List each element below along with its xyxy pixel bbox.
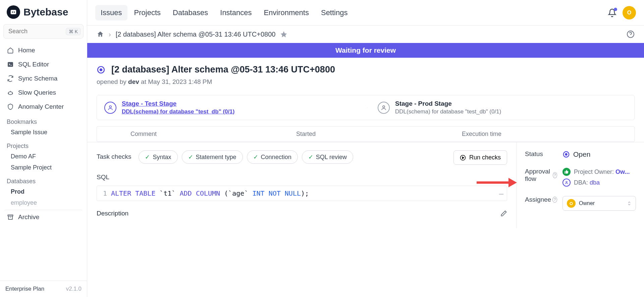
breadcrumb-separator-icon: ›: [109, 31, 111, 38]
col-comment: Comment: [104, 131, 296, 138]
star-icon[interactable]: [280, 31, 287, 38]
sidebar-item-slow-queries[interactable]: Slow Queries: [4, 86, 83, 100]
breadcrumb-title[interactable]: [2 databases] Alter schema @05-31 13:46 …: [116, 31, 276, 38]
topnav: Issues Projects Databases Instances Envi…: [87, 0, 644, 26]
button-label: Run checks: [469, 154, 501, 161]
turtle-icon: [7, 89, 14, 96]
description-label: Description: [97, 210, 128, 217]
assignee-select[interactable]: O Owner: [562, 196, 636, 211]
check-icon: ✓: [253, 153, 258, 161]
topnav-tabs: Issues Projects Databases Instances Envi…: [95, 5, 353, 20]
sidebar-item-sql-editor[interactable]: SQL Editor: [4, 57, 83, 71]
issue-body: Task checks ✓Syntax ✓Statement type ✓Con…: [87, 142, 517, 228]
status-label: Status: [525, 150, 557, 158]
avatar-initial: O: [627, 10, 631, 16]
approval-step-dba: DBA: dba: [562, 179, 630, 187]
issue-meta: opened by dev at May 31, 2023 1:48 PM: [97, 78, 635, 86]
notifications-button[interactable]: [608, 8, 616, 17]
database-item[interactable]: Prod: [4, 186, 83, 197]
svg-point-10: [383, 106, 385, 108]
stage-prod[interactable]: Stage - Prod Stage DDL(schema) for datab…: [361, 95, 634, 120]
stage-subtitle: DDL(schema) for database "test_db" (0/1): [395, 108, 501, 115]
chip-label: Statement type: [196, 154, 236, 161]
review-banner: Waiting for review: [87, 43, 644, 58]
tab-databases[interactable]: Databases: [167, 5, 213, 20]
check-syntax[interactable]: ✓Syntax: [139, 150, 177, 164]
plan-label[interactable]: Enterprise Plan: [5, 286, 44, 292]
terminal-icon: [7, 61, 14, 68]
sql-label: SQL: [97, 174, 507, 181]
sidebar-item-archive[interactable]: Archive: [4, 210, 83, 224]
database-item[interactable]: employee: [4, 197, 83, 208]
tab-environments[interactable]: Environments: [258, 5, 314, 20]
sidebar-item-anomaly-center[interactable]: Anomaly Center: [4, 100, 83, 114]
svg-point-15: [565, 153, 567, 155]
help-icon[interactable]: ?: [553, 172, 557, 178]
svg-point-9: [109, 106, 111, 108]
help-icon[interactable]: [627, 30, 635, 38]
sql-editor[interactable]: 1 ALTER TABLE `t1` ADD COLUMN (`age` INT…: [97, 186, 507, 201]
project-item[interactable]: Sample Project: [4, 162, 83, 173]
svg-point-8: [100, 68, 103, 71]
sync-icon: [7, 75, 14, 82]
sidebar: Bytebase ⌘ K Home SQL Editor Sync Schema: [0, 0, 87, 297]
stage-title: Stage - Test Stage: [122, 100, 234, 107]
sidebar-item-label: SQL Editor: [18, 61, 49, 68]
sidebar-item-label: Anomaly Center: [18, 103, 64, 110]
status-open-icon: [562, 151, 570, 158]
approval-user[interactable]: dba: [590, 179, 600, 186]
play-icon: [460, 155, 466, 161]
shield-icon: [7, 103, 14, 110]
tab-instances[interactable]: Instances: [215, 5, 257, 20]
run-checks-button[interactable]: Run checks: [453, 150, 507, 165]
stage-test[interactable]: Stage - Test Stage DDL(schema) for datab…: [97, 95, 361, 120]
version-label: v2.1.0: [66, 286, 82, 292]
notification-dot-icon: [614, 8, 617, 11]
collapse-icon[interactable]: —: [499, 189, 503, 198]
breadcrumb-home-icon[interactable]: [97, 31, 104, 38]
approval-user[interactable]: Ow...: [615, 168, 630, 175]
check-statement-type[interactable]: ✓Statement type: [182, 150, 243, 164]
edit-icon[interactable]: [500, 210, 507, 217]
svg-rect-5: [8, 215, 13, 216]
check-icon: ✓: [188, 153, 193, 161]
section-bookmarks: Bookmarks: [4, 114, 83, 127]
sidebar-item-label: Slow Queries: [18, 89, 56, 96]
sidebar-item-label: Archive: [18, 213, 39, 221]
tab-settings[interactable]: Settings: [316, 5, 353, 20]
search-shortcut: ⌘ K: [66, 28, 81, 35]
execution-table: Comment Started Execution time: [97, 126, 635, 142]
status-value: Open: [573, 150, 590, 158]
user-avatar[interactable]: O: [623, 6, 636, 19]
meta-text: at May 31, 2023 1:48 PM: [139, 78, 212, 85]
sql-code: ALTER TABLE `t1` ADD COLUMN (`age` INT N…: [111, 189, 309, 197]
archive-icon: [7, 213, 14, 221]
status-open-icon: [97, 65, 105, 74]
assignee-value: Owner: [579, 200, 595, 206]
svg-point-16: [566, 181, 567, 183]
project-item[interactable]: Demo AF: [4, 151, 83, 162]
tab-projects[interactable]: Projects: [129, 5, 166, 20]
approval-flow-label: Approval flow?: [525, 168, 557, 183]
line-number: 1: [102, 189, 111, 197]
svg-point-4: [8, 92, 12, 95]
check-icon: ✓: [308, 153, 313, 161]
svg-point-1: [12, 11, 13, 13]
stage-title: Stage - Prod Stage: [395, 100, 501, 107]
task-checks-label: Task checks: [97, 150, 131, 160]
brand-logo-icon: [7, 5, 20, 19]
assignee-label: Assignee?: [525, 196, 557, 203]
tab-issues[interactable]: Issues: [95, 5, 127, 20]
issue-author[interactable]: dev: [128, 78, 139, 85]
thumbs-up-icon: [562, 168, 571, 176]
help-icon[interactable]: ?: [552, 197, 557, 203]
sidebar-footer: Enterprise Plan v2.1.0: [0, 281, 87, 297]
bookmark-item[interactable]: Sample Issue: [4, 127, 83, 138]
sidebar-item-sync-schema[interactable]: Sync Schema: [4, 71, 83, 86]
sidebar-item-home[interactable]: Home: [4, 43, 83, 57]
brand[interactable]: Bytebase: [0, 0, 87, 24]
check-connection[interactable]: ✓Connection: [247, 150, 298, 164]
stage-subtitle: DDL(schema) for database "test_db" (0/1): [122, 108, 234, 115]
issue-header: [2 databases] Alter schema @05-31 13:46 …: [87, 58, 644, 89]
check-sql-review[interactable]: ✓SQL review: [302, 150, 353, 164]
